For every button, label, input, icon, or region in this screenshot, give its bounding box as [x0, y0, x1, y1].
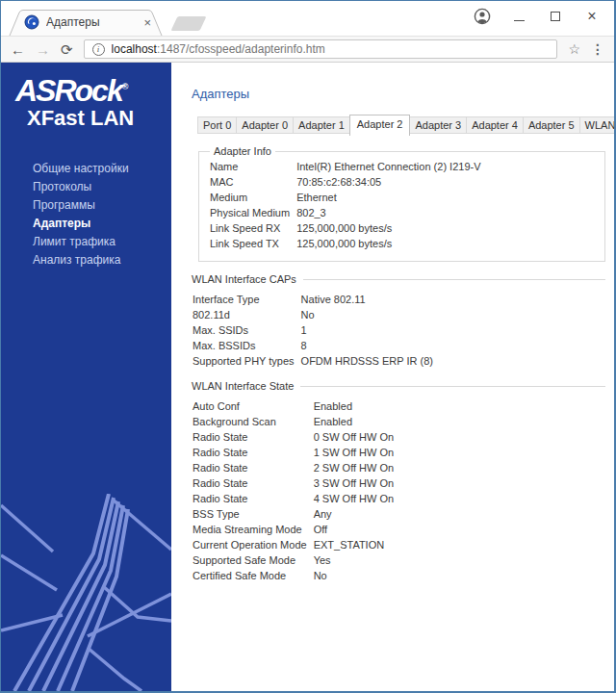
adapter-tab[interactable]: WLAN Interface 0 — [579, 116, 614, 134]
sidebar-menu-item[interactable]: Анализ трафика — [1, 251, 171, 270]
bookmark-star-icon[interactable]: ☆ — [568, 41, 580, 57]
section-divider — [300, 386, 605, 387]
maximize-button[interactable] — [545, 8, 566, 25]
sidebar-menu-item[interactable]: Лимит трафика — [1, 233, 171, 251]
info-row: Max. SSIDs 1 — [192, 322, 433, 338]
info-row: Radio State 0 SW Off HW On — [192, 429, 394, 445]
back-icon[interactable]: ← — [11, 42, 25, 57]
info-row: Current Operation Mode EXT_STATION — [192, 537, 394, 552]
info-row: Radio State 3 SW Off HW On — [192, 475, 394, 491]
adapter-tab[interactable]: Adapter 3 — [409, 116, 467, 134]
adapter-tab[interactable]: Adapter 4 — [466, 116, 524, 134]
brand-reg-mark: ® — [122, 82, 129, 91]
adapter-tab[interactable]: Adapter 2 — [349, 115, 411, 136]
info-label: Radio State — [192, 491, 314, 506]
info-value: 125,000,000 bytes/s — [296, 236, 480, 251]
info-value: 125,000,000 bytes/s — [296, 220, 480, 236]
adapter-tab[interactable]: Adapter 0 — [236, 116, 294, 134]
info-label: 802.11d — [192, 307, 301, 322]
address-bar[interactable]: i localhost:1487/cfosspeed/adapterinfo.h… — [84, 39, 558, 59]
info-label: BSS Type — [192, 506, 314, 522]
minimize-button[interactable] — [508, 8, 529, 25]
refresh-icon[interactable]: ⟳ — [61, 42, 73, 57]
info-row: Supported Safe Mode Yes — [192, 552, 394, 568]
info-label: Radio State — [192, 475, 314, 491]
info-label: Max. BSSIDs — [192, 338, 301, 353]
info-value: 2 SW Off HW On — [314, 460, 395, 475]
info-label: Background Scan — [192, 414, 314, 429]
adapter-info-table: Name Intel(R) Ethernet Connection (2) I2… — [210, 159, 481, 251]
info-row: Link Speed TX 125,000,000 bytes/s — [210, 236, 481, 251]
info-row: Radio State 4 SW Off HW On — [192, 491, 394, 506]
wlan-caps-header: WLAN Interface CAPs — [192, 273, 605, 285]
adapter-tab[interactable]: Adapter 1 — [293, 116, 350, 134]
info-row: MAC 70:85:c2:68:34:05 — [210, 174, 481, 190]
url-host: localhost — [112, 42, 157, 56]
asrock-logo: ASRock® XFast LAN — [1, 63, 171, 130]
new-tab-button[interactable] — [171, 16, 207, 31]
info-value: Off — [314, 522, 395, 537]
page-info-icon[interactable]: i — [92, 43, 105, 56]
forward-icon[interactable]: → — [36, 42, 50, 57]
adapter-tab[interactable]: Port 0 — [197, 116, 237, 134]
sidebar-menu-item[interactable]: Программы — [1, 196, 171, 215]
info-row: Interface Type Native 802.11 — [192, 292, 433, 307]
section-divider — [303, 279, 605, 280]
brand-text: ASRock — [15, 73, 122, 108]
url-text[interactable]: localhost:1487/cfosspeed/adapterinfo.htm — [112, 42, 325, 56]
tab-close-icon[interactable]: × — [143, 16, 151, 29]
info-value: 8 — [301, 338, 433, 353]
info-label: Supported Safe Mode — [192, 552, 314, 568]
info-row: 802.11d No — [192, 307, 433, 322]
menu-dots-icon[interactable]: ⋮ — [591, 41, 604, 57]
info-label: Physical Medium — [210, 205, 296, 220]
adapter-info-box: Adapter Info Name Intel(R) Ethernet Conn… — [198, 145, 605, 262]
circuit-decoration — [1, 494, 171, 691]
info-row: Physical Medium 802_3 — [210, 205, 481, 220]
sidebar-menu-item[interactable]: Общие настройки — [1, 160, 171, 178]
browser-toolbar: ← → ⟳ i localhost:1487/cfosspeed/adapter… — [1, 36, 614, 63]
info-row: Link Speed RX 125,000,000 bytes/s — [210, 220, 481, 236]
title-bar: Адаптеры × × — [1, 1, 614, 36]
adapter-tab[interactable]: Adapter 5 — [523, 116, 580, 134]
info-row: Supported PHY types OFDM HRDSSS ERP IR (… — [192, 353, 433, 369]
info-row: Max. BSSIDs 8 — [192, 338, 433, 353]
favicon-icon — [24, 14, 39, 30]
product-name: XFast LAN — [27, 107, 171, 130]
info-label: Name — [210, 159, 296, 174]
url-path: :1487/cfosspeed/adapterinfo.htm — [157, 42, 325, 56]
info-value: 802_3 — [296, 205, 480, 220]
sidebar-menu-item[interactable]: Адаптеры — [1, 215, 171, 233]
info-row: Background Scan Enabled — [192, 414, 394, 429]
page-title: Адаптеры — [192, 87, 605, 101]
info-row: Certified Safe Mode No — [192, 568, 394, 583]
info-row: Name Intel(R) Ethernet Connection (2) I2… — [210, 159, 481, 174]
close-button[interactable]: × — [581, 10, 603, 23]
browser-window: Адаптеры × × ← → ⟳ i localhost:1487/cfos… — [0, 0, 616, 693]
info-value: No — [314, 568, 395, 583]
info-value: Yes — [314, 552, 395, 568]
info-label: Media Streaming Mode — [192, 522, 314, 537]
info-row: Auto Conf Enabled — [192, 398, 394, 414]
info-value: Intel(R) Ethernet Connection (2) I219-V — [296, 159, 480, 174]
info-label: Radio State — [192, 429, 314, 445]
info-label: Current Operation Mode — [192, 537, 314, 552]
info-label: Auto Conf — [192, 398, 314, 414]
info-label: Radio State — [192, 445, 314, 460]
browser-tab[interactable]: Адаптеры × — [9, 10, 163, 36]
profile-icon[interactable] — [474, 8, 491, 25]
sidebar-menu-item[interactable]: Протоколы — [1, 178, 171, 196]
adapter-tabs: Port 0 Adapter 0 Adapter 1 Adapter 2 Ada… — [197, 115, 605, 136]
info-label: Radio State — [192, 460, 314, 475]
info-label: Link Speed RX — [210, 220, 296, 236]
info-row: Radio State 1 SW Off HW On — [192, 445, 394, 460]
wlan-caps-table: Interface Type Native 802.11 802.11d No … — [192, 292, 433, 369]
info-value: Enabled — [314, 398, 395, 414]
main-content: Адаптеры Port 0 Adapter 0 Adapter 1 Adap… — [171, 63, 614, 691]
info-value: Ethernet — [296, 190, 480, 205]
info-label: Max. SSIDs — [192, 322, 301, 338]
info-label: Medium — [210, 190, 296, 205]
info-label: Interface Type — [192, 292, 301, 307]
wlan-state-header: WLAN Interface State — [192, 380, 605, 392]
info-row: Medium Ethernet — [210, 190, 481, 205]
